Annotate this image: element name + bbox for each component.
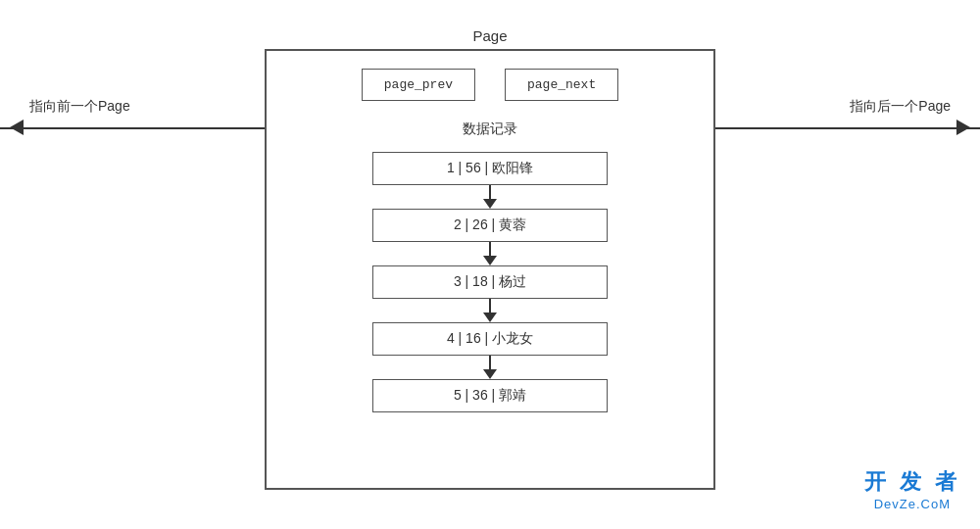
watermark: 开 发 者 DevZe.CoM: [864, 467, 960, 511]
watermark-line2: DevZe.CoM: [864, 497, 960, 511]
page-prev-button[interactable]: page_prev: [362, 69, 475, 101]
record-item: 2 | 26 | 黄蓉: [372, 209, 608, 242]
down-arrow: [483, 356, 497, 379]
arrow-shaft: [489, 242, 491, 256]
arrow-head: [483, 199, 497, 209]
nav-row: page_prev page_next: [267, 51, 713, 111]
record-item: 1 | 56 | 欧阳锋: [372, 152, 608, 185]
page-title: Page: [265, 27, 715, 44]
arrow-head: [483, 256, 497, 265]
arrow-shaft: [489, 299, 491, 313]
arrow-head: [483, 313, 497, 322]
record-item: 3 | 18 | 杨过: [372, 265, 608, 299]
page-next-button[interactable]: page_next: [505, 69, 618, 101]
record-item: 5 | 36 | 郭靖: [372, 379, 608, 412]
arrow-shaft: [489, 185, 491, 199]
main-canvas: 指向前一个Page 指向后一个Page Page page_prev page_…: [0, 0, 980, 529]
page-box: page_prev page_next 数据记录 1 | 56 | 欧阳锋 2 …: [265, 49, 715, 490]
arrow-left-head: [10, 120, 24, 135]
arrow-shaft: [489, 356, 491, 369]
label-next-page: 指向后一个Page: [850, 98, 951, 116]
down-arrow: [483, 242, 497, 265]
down-arrow: [483, 185, 497, 209]
arrow-right-head: [956, 120, 970, 135]
arrow-head: [483, 369, 497, 379]
label-prev-page: 指向前一个Page: [29, 98, 130, 116]
data-records-label: 数据记录: [267, 120, 713, 138]
down-arrow: [483, 299, 497, 322]
watermark-line1: 开 发 者: [864, 467, 960, 497]
records-list: 1 | 56 | 欧阳锋 2 | 26 | 黄蓉 3 | 18 | 杨过 4 |…: [267, 152, 713, 412]
record-item: 4 | 16 | 小龙女: [372, 322, 608, 356]
